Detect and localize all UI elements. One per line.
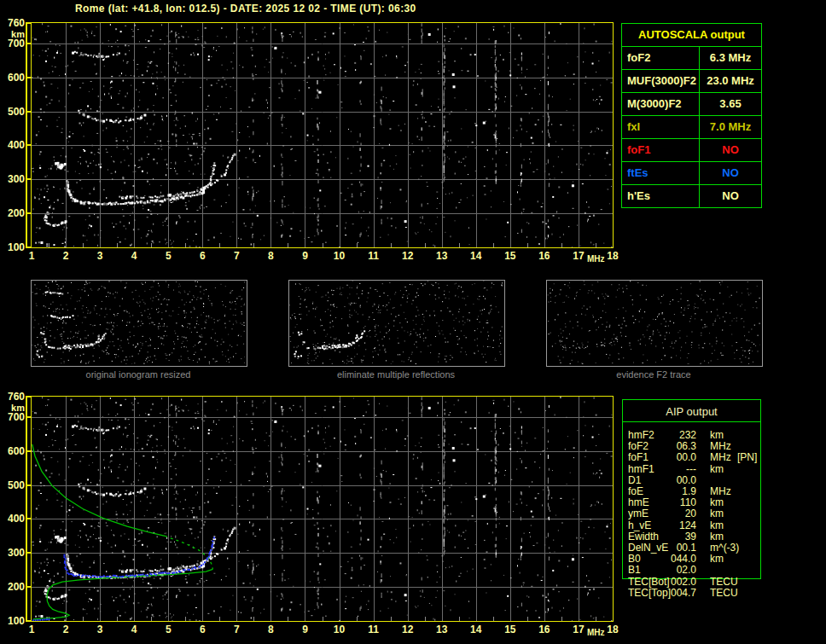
x-tick-label: 13 (434, 624, 450, 635)
aip-row-value: --- (656, 464, 696, 475)
y-tick-label: 700 (0, 38, 25, 49)
aip-row-delnve: DelN_vE00.1m^(-3) (622, 542, 767, 554)
x-tick-label: 7 (229, 250, 244, 262)
autoscala-row-value: NO (700, 139, 761, 161)
x-tick-label: 17 (571, 250, 586, 262)
x-tick-label: 12 (400, 250, 416, 262)
x-tick-label: 15 (503, 624, 518, 635)
page-title: Rome (lat: +41.8, lon: 012.5) - DATE: 20… (75, 3, 416, 15)
aip-row-hve: h_vE124km (622, 520, 767, 531)
x-tick-label: 1 (24, 624, 39, 635)
x-tick-label: 9 (297, 250, 312, 262)
aip-row-value: 044.0 (656, 554, 696, 565)
aip-row-value: 110 (656, 497, 696, 508)
y-tick-label: 100 (0, 242, 25, 252)
x-tick-label: 8 (263, 624, 278, 635)
aip-row-b1: B102.0 (622, 565, 767, 576)
aip-row-value: 06.3 (656, 441, 696, 452)
aip-row-value: 39 (656, 531, 696, 542)
aip-row-ewidth: Ewidth39km (622, 531, 767, 542)
autoscala-row-value: NO (700, 185, 761, 207)
aip-row-unit: MHz (710, 452, 731, 463)
thumbnail-caption-eliminate: eliminate multiple reflections (288, 369, 503, 380)
autoscala-row-m3000f2: M(3000)F23.65 (622, 93, 761, 116)
autoscala-table-title: AUTOSCALA output (622, 24, 761, 47)
autoscala-row-label: fxI (622, 116, 700, 138)
y-tick-label: 400 (0, 513, 25, 524)
aip-row-name: B1 (628, 565, 641, 576)
aip-row-fof1: foF100.0MHz[PN] (622, 452, 767, 463)
top-ionogram-canvas (32, 23, 613, 247)
x-tick-label: 6 (195, 250, 210, 262)
y-tick-label: 200 (0, 582, 25, 592)
y-axis-unit-label: km (0, 29, 25, 39)
autoscala-table: AUTOSCALA output foF26.3 MHzMUF(3000)F22… (621, 23, 762, 208)
y-tick-label: 200 (0, 208, 25, 218)
y-tick-label: 760 (0, 392, 25, 402)
aip-row-hmf2: hmF2232km (622, 430, 767, 441)
autoscala-row-label: M(3000)F2 (622, 93, 700, 115)
x-tick-label: 1 (24, 250, 39, 262)
x-tick-label: 3 (92, 250, 108, 262)
x-tick-label: 11 (366, 250, 381, 262)
y-tick-label: 760 (0, 18, 25, 28)
aip-row-tectop: TEC[Top]004.7TECU (622, 588, 767, 599)
x-tick-label: 18 (605, 624, 620, 635)
aip-row-name: foF1 (628, 452, 649, 463)
x-tick-label: 2 (58, 624, 73, 635)
aip-row-unit: km (710, 554, 724, 565)
autoscala-row-label: foF2 (622, 47, 700, 69)
y-tick-label: 400 (0, 140, 25, 150)
autoscala-row-value: 7.0 MHz (700, 116, 761, 138)
aip-row-unit: km (710, 497, 724, 508)
aip-row-value: 004.7 (656, 588, 696, 599)
x-tick-label: 18 (605, 250, 620, 262)
x-tick-label: 10 (332, 624, 347, 635)
aip-row-name: foF2 (628, 441, 649, 452)
aip-row-b0: B0044.0km (622, 554, 767, 565)
aip-row-unit: km (710, 508, 724, 519)
aip-row-value: 20 (656, 508, 696, 519)
thumbnail-eliminate-canvas (289, 281, 503, 364)
y-tick-label: 600 (0, 73, 25, 83)
autoscala-row-muf3000f2: MUF(3000)F223.0 MHz (622, 70, 761, 93)
aip-row-name: B0 (628, 554, 641, 565)
x-axis-unit-label: MHz (587, 628, 605, 637)
top-ionogram-frame (31, 22, 614, 248)
x-axis-unit-label: MHz (587, 254, 605, 264)
y-tick-label: 700 (0, 412, 25, 422)
aip-table-title: AIP output (622, 405, 761, 418)
bottom-ionogram-frame (31, 396, 614, 622)
autoscala-row-fxi: fxI7.0 MHz (622, 116, 761, 139)
autoscala-row-fof1: foF1NO (622, 139, 761, 162)
x-tick-label: 16 (537, 250, 552, 262)
aip-row-unit: km (710, 464, 724, 475)
x-tick-label: 2 (58, 250, 73, 262)
thumbnail-evidence-f2 (546, 280, 763, 367)
aip-row-name: ymE (628, 508, 649, 519)
aip-row-name: hmF2 (628, 430, 654, 441)
autoscala-row-label: h'Es (622, 185, 700, 207)
aip-row-value: 1.9 (656, 486, 696, 497)
aip-row-name: D1 (628, 475, 641, 486)
aip-row-value: 00.0 (656, 475, 696, 486)
x-tick-label: 7 (229, 624, 244, 635)
aip-table-divider (622, 421, 761, 422)
autoscala-row-value: 23.0 MHz (700, 70, 761, 92)
aip-row-name: h_vE (628, 520, 651, 531)
aip-row-value: 00.0 (656, 452, 696, 463)
autoscala-table-rows: foF26.3 MHzMUF(3000)F223.0 MHzM(3000)F23… (622, 47, 761, 207)
aip-row-hme: hmE110km (622, 497, 767, 508)
aip-row-hmf1: hmF1---km (622, 464, 767, 475)
thumbnail-eliminate-reflections (288, 280, 505, 367)
aip-row-fof2: foF206.3MHz (622, 441, 767, 452)
autoscala-row-hes: h'EsNO (622, 185, 761, 207)
x-tick-label: 10 (332, 250, 347, 262)
x-tick-label: 14 (468, 624, 484, 635)
autoscala-screen: Rome (lat: +41.8, lon: 012.5) - DATE: 20… (0, 0, 826, 644)
x-tick-label: 5 (160, 624, 176, 635)
autoscala-row-label: foF1 (622, 139, 700, 161)
x-tick-label: 9 (297, 624, 312, 635)
autoscala-row-fof2: foF26.3 MHz (622, 47, 761, 70)
x-tick-label: 17 (571, 624, 586, 635)
